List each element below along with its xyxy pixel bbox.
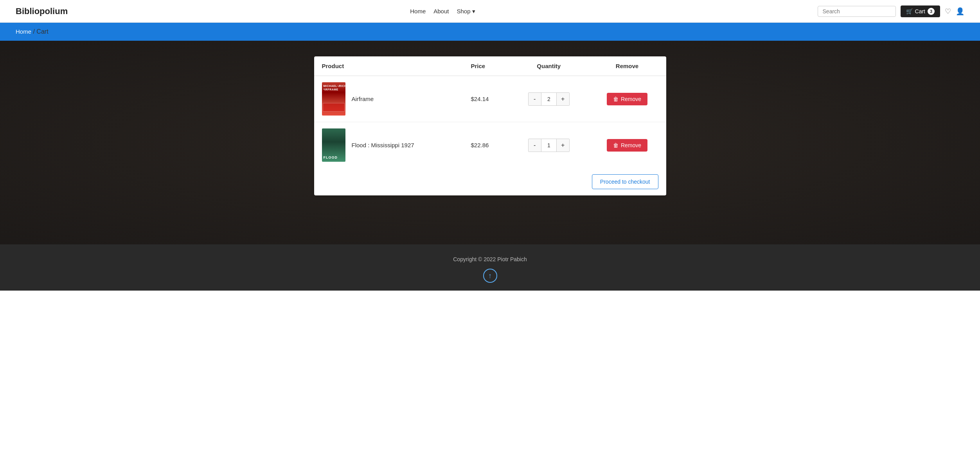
product-image-airframe	[322, 82, 345, 116]
cart-button[interactable]: 🛒 Cart 3	[901, 5, 940, 17]
cart-table: Product Price Quantity Remove Airframe $…	[314, 56, 666, 168]
wishlist-icon[interactable]: ♡	[945, 7, 951, 16]
user-icon[interactable]: 👤	[956, 7, 964, 16]
arrow-up-icon: ↑	[488, 272, 492, 280]
cart-icon: 🛒	[906, 8, 913, 14]
breadcrumb-current: Cart	[36, 28, 48, 35]
quantity-controls-airframe: - 2 +	[528, 92, 570, 106]
table-row: Airframe $24.14 - 2 + 🗑	[314, 76, 666, 122]
checkout-row: Proceed to checkout	[314, 168, 666, 195]
breadcrumb-bar: Home / Cart	[0, 23, 980, 41]
product-cell-flood: Flood : Mississippi 1927	[314, 122, 463, 168]
product-image-flood	[322, 128, 345, 162]
cart-table-body: Airframe $24.14 - 2 + 🗑	[314, 76, 666, 168]
nav-shop-dropdown[interactable]: Shop ▾	[457, 8, 475, 15]
table-row: Flood : Mississippi 1927 $22.86 - 1 +	[314, 122, 666, 168]
cart-count-badge: 3	[928, 8, 935, 15]
quantity-display-flood: 1	[541, 139, 557, 152]
search-input[interactable]	[818, 6, 896, 17]
remove-button-flood[interactable]: 🗑 Remove	[607, 139, 647, 152]
remove-label-airframe: Remove	[621, 96, 641, 102]
product-price-airframe: $24.14	[463, 76, 510, 122]
chevron-down-icon: ▾	[472, 8, 475, 15]
quantity-cell-flood: - 1 +	[509, 122, 588, 168]
product-cell-airframe: Airframe	[314, 76, 463, 122]
quantity-controls-flood: - 1 +	[528, 139, 570, 152]
quantity-increase-flood[interactable]: +	[557, 139, 569, 152]
navbar: Bibliopolium Home About Shop ▾ 🛒 Cart 3 …	[0, 0, 980, 23]
product-price-flood: $22.86	[463, 122, 510, 168]
quantity-decrease-flood[interactable]: -	[529, 139, 541, 152]
cart-label: Cart	[915, 8, 925, 14]
quantity-decrease-airframe[interactable]: -	[529, 93, 541, 105]
breadcrumb-separator: /	[31, 28, 36, 35]
trash-icon-flood: 🗑	[613, 142, 619, 148]
quantity-display-airframe: 2	[541, 93, 557, 105]
remove-cell-flood: 🗑 Remove	[588, 122, 666, 168]
footer-copyright: Copyright © 2022 Piotr Pabich	[8, 256, 972, 262]
breadcrumb-home[interactable]: Home	[16, 28, 31, 35]
product-name-airframe: Airframe	[352, 96, 374, 102]
col-header-price: Price	[463, 56, 510, 76]
brand-logo[interactable]: Bibliopolium	[16, 6, 68, 16]
checkout-button[interactable]: Proceed to checkout	[592, 174, 658, 189]
cart-table-container: Product Price Quantity Remove Airframe $…	[314, 56, 666, 195]
product-name-flood: Flood : Mississippi 1927	[352, 142, 414, 148]
remove-button-airframe[interactable]: 🗑 Remove	[607, 93, 647, 105]
nav-home[interactable]: Home	[410, 8, 426, 14]
quantity-increase-airframe[interactable]: +	[557, 93, 569, 105]
cart-table-header: Product Price Quantity Remove	[314, 56, 666, 76]
col-header-quantity: Quantity	[509, 56, 588, 76]
navbar-right: 🛒 Cart 3 ♡ 👤	[818, 5, 964, 17]
remove-cell-airframe: 🗑 Remove	[588, 76, 666, 122]
col-header-remove: Remove	[588, 56, 666, 76]
trash-icon-airframe: 🗑	[613, 96, 619, 102]
footer: Copyright © 2022 Piotr Pabich ↑	[0, 244, 980, 291]
nav-shop-label: Shop	[457, 8, 470, 14]
remove-label-flood: Remove	[621, 142, 641, 148]
col-header-product: Product	[314, 56, 463, 76]
main-background: Product Price Quantity Remove Airframe $…	[0, 41, 980, 244]
quantity-cell-airframe: - 2 +	[509, 76, 588, 122]
nav-about[interactable]: About	[433, 8, 449, 14]
scroll-top-button[interactable]: ↑	[483, 269, 497, 283]
